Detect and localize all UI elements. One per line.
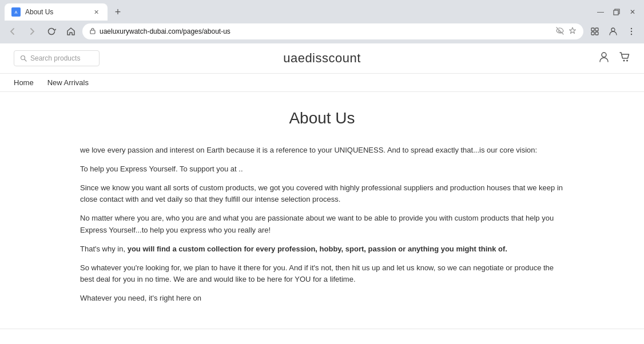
paragraph-3: Since we know you want all sorts of cust… (80, 182, 564, 206)
svg-point-9 (631, 28, 632, 29)
new-tab-button[interactable]: + (110, 4, 126, 20)
tab-favicon: A (11, 7, 21, 17)
home-button[interactable] (63, 23, 79, 39)
lock-icon (89, 27, 96, 35)
main-content: About Us we love every passion and inter… (0, 92, 644, 329)
svg-point-16 (626, 59, 628, 61)
search-icon (20, 55, 27, 62)
svg-rect-4 (591, 28, 594, 31)
svg-point-8 (611, 28, 615, 31)
url-action-icons (556, 27, 577, 37)
active-tab[interactable]: A About Us ✕ (5, 3, 108, 21)
svg-point-14 (602, 53, 606, 57)
search-box[interactable]: Search products (14, 50, 100, 66)
page-title: About Us (80, 109, 564, 127)
svg-rect-2 (614, 10, 618, 15)
cart-icon[interactable] (619, 51, 630, 66)
nav-new-arrivals[interactable]: New Arrivals (47, 78, 89, 87)
site-wrapper: Search products uaedisscount Home New Ar… (0, 43, 644, 344)
minimize-button[interactable]: — (596, 7, 605, 17)
profile-button[interactable] (605, 23, 621, 39)
menu-button[interactable] (623, 23, 639, 39)
url-text: uaeluxurywatch-dubai.com/pages/about-us (100, 27, 552, 35)
tab-bar: A About Us ✕ + — ✕ (0, 0, 644, 21)
svg-rect-6 (591, 32, 594, 35)
browser-chrome: A About Us ✕ + — ✕ (0, 0, 644, 43)
star-icon[interactable] (569, 27, 577, 37)
browser-action-buttons (587, 23, 639, 39)
header-icons (598, 51, 630, 66)
tab-title: About Us (25, 8, 88, 16)
account-icon[interactable] (598, 51, 610, 66)
paragraph-5: That's why in, you will find a custom co… (80, 243, 564, 255)
site-nav: Home New Arrivals (0, 74, 644, 92)
paragraph-5-before: That's why in, (80, 245, 128, 253)
paragraph-7: Whatever you need, it's right here on (80, 293, 564, 305)
close-button[interactable]: ✕ (628, 7, 637, 17)
paragraph-6: So whatever you're looking for, we plan … (80, 262, 564, 286)
svg-text:A: A (14, 10, 17, 15)
svg-point-12 (21, 56, 25, 60)
svg-point-15 (623, 59, 625, 61)
tab-close-button[interactable]: ✕ (92, 7, 101, 17)
subscribe-section: Subscribe today to hear first about our … (0, 329, 644, 344)
site-logo: uaedisscount (283, 51, 361, 66)
extensions-button[interactable] (587, 23, 603, 39)
svg-line-13 (25, 59, 26, 61)
site-header: Search products uaedisscount (0, 43, 644, 74)
paragraph-4: No matter where you are, who you are and… (80, 213, 564, 237)
nav-home[interactable]: Home (14, 78, 34, 87)
paragraph-5-bold: you will find a custom collection for ev… (128, 245, 507, 253)
paragraph-2: To help you Express Yourself. To support… (80, 163, 564, 175)
url-bar[interactable]: uaeluxurywatch-dubai.com/pages/about-us (82, 23, 583, 39)
restore-button[interactable] (612, 7, 621, 17)
window-controls: — ✕ (596, 7, 639, 17)
search-placeholder: Search products (30, 54, 80, 62)
svg-rect-7 (595, 32, 598, 35)
svg-point-11 (631, 34, 632, 35)
forward-button[interactable] (24, 23, 40, 39)
svg-rect-3 (90, 30, 95, 34)
svg-point-10 (631, 31, 632, 32)
back-button[interactable] (5, 23, 21, 39)
address-bar: uaeluxurywatch-dubai.com/pages/about-us (0, 21, 644, 43)
eye-slash-icon[interactable] (556, 27, 564, 37)
refresh-button[interactable] (43, 23, 59, 39)
svg-rect-5 (595, 28, 598, 31)
paragraph-1: we love every passion and interest on Ea… (80, 145, 564, 157)
